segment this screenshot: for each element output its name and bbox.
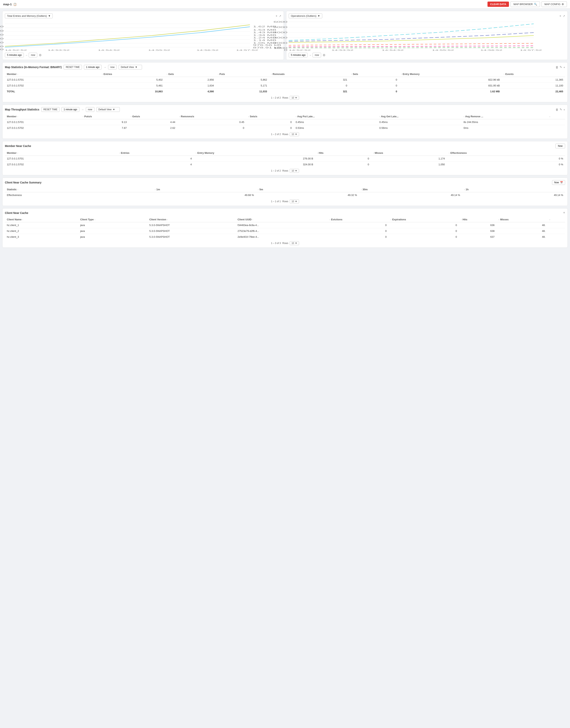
table-row: 127.0.0.1:5701 5,402 2,956 5,862 321 0 8… <box>5 77 565 83</box>
map-stats-delete-button[interactable]: 🗑 <box>556 65 559 69</box>
chart1-settings-button[interactable]: ⚙ <box>39 53 42 57</box>
nc-col-member[interactable]: Member ↑ <box>5 150 117 156</box>
cnc-col-expirations[interactable]: ↑ Expirations <box>388 217 459 222</box>
throughput-view-select[interactable]: Default View ▼ <box>96 107 120 112</box>
cell-removals: 321 <box>269 88 349 95</box>
map-browser-button[interactable]: MAP BROWSER 🔍 <box>511 1 540 7</box>
cnc-col-more[interactable]: ↑ <box>547 217 565 222</box>
cell-30m: 49.14 % <box>359 192 462 198</box>
cs-col-1m[interactable]: ↑ 1m <box>153 187 256 192</box>
client-near-cache-add-button[interactable]: + <box>563 211 565 215</box>
copy-icon[interactable]: 📋 <box>13 3 17 6</box>
cnc-col-misses[interactable]: ↑ Misses <box>497 217 547 222</box>
cell-evictions: 0 <box>327 234 388 240</box>
col-removals[interactable]: ↑ Removals <box>269 71 349 77</box>
expand-chart2-icon[interactable]: ↗ <box>563 14 565 18</box>
near-cache-pagination: 1 – 2 of 2 Rows 10 ▼ <box>5 169 565 173</box>
cs-col-5m[interactable]: ↑ 5m <box>256 187 359 192</box>
cnc-col-uuid[interactable]: Client UUID ↑ <box>236 217 327 222</box>
col-puts[interactable]: ↑ Puts <box>216 71 269 77</box>
add-chart1-icon[interactable]: + <box>276 14 277 18</box>
chart2-settings-button[interactable]: ⚙ <box>323 53 325 57</box>
cnc-col-version[interactable]: Client Version ↑ <box>147 217 236 222</box>
table-row: 127.0.0.1:5702 5,461 1,634 5,171 0 0 831… <box>5 83 565 88</box>
th-avg-put[interactable]: ↑ Avg Put Late... <box>294 114 377 119</box>
cell-gets: 2,956 <box>165 77 216 83</box>
cell-removals: 0 <box>269 83 349 88</box>
svg-text:2000: 2000 <box>274 42 288 44</box>
cnc-col-hits[interactable]: ↑ Hits <box>459 217 497 222</box>
map-stats-time-to: now <box>108 65 117 69</box>
chart2-time-from[interactable]: 5 minutes ago <box>289 53 308 57</box>
th-removes-s[interactable]: ↑ Removes/s <box>177 114 246 119</box>
nc-col-hits[interactable]: ↑ Hits <box>315 150 371 156</box>
cs-col-30m[interactable]: ↑ 30m <box>359 187 462 192</box>
map-stats-reset-button[interactable]: RESET TIME <box>64 65 82 69</box>
expand-chart1-icon[interactable]: ↗ <box>279 14 281 18</box>
cell-puts-s: 7.87 <box>80 125 128 131</box>
nc-col-entry-memory[interactable]: ↑ Entry Memory <box>194 150 315 156</box>
cell-more <box>547 119 565 125</box>
col-entry-memory[interactable]: ↑ Entry Memory <box>399 71 502 77</box>
client-summary-pagination: 1 – 1 of 1 Rows 10 ▼ <box>5 199 565 203</box>
client-summary-now-button[interactable]: Now 📅 <box>552 180 565 185</box>
throughput-edit-button[interactable]: ✎ <box>560 108 562 111</box>
th-avg-get[interactable]: ↑ Avg Get Late... <box>377 114 462 119</box>
th-member[interactable]: Member ↑ <box>5 114 80 119</box>
chart2-footer: 5 minutes ago → now ⚙ <box>289 53 565 57</box>
nc-col-misses[interactable]: ↑ Misses <box>371 150 447 156</box>
near-cache-now-button[interactable]: Now <box>555 144 565 148</box>
nc-col-entries[interactable]: ↑ Entries <box>117 150 194 156</box>
svg-text:1.24 MB: 1.24 MB <box>253 37 276 39</box>
map-stats-view-select[interactable]: Default View ▼ <box>118 65 142 69</box>
cell-gets-s: 2.62 <box>128 125 177 131</box>
svg-text:14:54:52: 14:54:52 <box>98 49 120 51</box>
chevron-down-icon2: ▼ <box>318 14 320 17</box>
add-chart2-icon[interactable]: + <box>559 14 561 18</box>
col-gets[interactable]: ↑ Gets <box>165 71 216 77</box>
nc-col-effectiveness[interactable]: ↑ Effectiveness <box>447 150 565 156</box>
near-cache-rows-select[interactable]: 10 ▼ <box>290 169 299 173</box>
cnc-col-evictions[interactable]: ↑ Evictions <box>327 217 388 222</box>
throughput-time-from[interactable]: 1 minute ago <box>61 107 79 112</box>
col-events[interactable]: ↑ Events <box>502 71 565 77</box>
throughput-actions: 🗑 ✎ + <box>556 108 565 111</box>
svg-text:11000: 11000 <box>0 26 4 28</box>
table-row: hz.client_3 java 5.3.0-SNAPSHOT 2e9e401f… <box>5 234 565 240</box>
cs-col-1h[interactable]: ↑ 1h <box>462 187 565 192</box>
map-stats-add-button[interactable]: + <box>563 65 565 69</box>
th-gets-s[interactable]: ↑ Gets/s <box>128 114 177 119</box>
map-stats-time-from[interactable]: 1 minute ago <box>84 65 102 69</box>
cnc-col-type[interactable]: Client Type ↑ <box>78 217 147 222</box>
cnc-col-name[interactable]: Client Name ↑ <box>5 217 78 222</box>
th-sets-s[interactable]: ↑ Sets/s <box>246 114 294 119</box>
near-cache-card: Member Near Cache Now Member ↑ ↑ Entries… <box>2 141 568 175</box>
th-puts-s[interactable]: ↑ Puts/s <box>80 114 128 119</box>
throughput-delete-button[interactable]: 🗑 <box>556 108 559 111</box>
cs-col-statistic[interactable]: Statistic ↑ <box>5 187 153 192</box>
throughput-reset-button[interactable]: RESET TIME <box>41 107 60 112</box>
throughput-rows-select[interactable]: 10 ▼ <box>290 132 299 136</box>
col-entries[interactable]: ↑ Entries <box>100 71 165 77</box>
chart1-time-from[interactable]: 5 minutes ago <box>5 53 24 57</box>
svg-text:1.05 MB: 1.05 MB <box>253 42 276 44</box>
client-near-cache-pagination: 1 – 3 of 3 Rows 10 ▼ <box>5 241 565 245</box>
map-config-button[interactable]: MAP CONFIG ⚙ <box>542 1 567 7</box>
col-member[interactable]: Member ↑ <box>5 71 100 77</box>
th-avg-remove[interactable]: ↑ Avg Remove ... <box>462 114 547 119</box>
clear-data-button[interactable]: CLEAR DATA <box>488 2 509 7</box>
chart2-title-select[interactable]: Operations/s (Outliers) ▼ <box>289 13 322 18</box>
map-stats-rows-select[interactable]: 10 ▼ <box>290 96 299 100</box>
svg-text:1.14 MB: 1.14 MB <box>253 39 276 41</box>
col-sets[interactable]: ↑ Sets <box>349 71 399 77</box>
main-content: Total Entries and Memory (Outliers) ▼ + … <box>0 9 570 250</box>
chart1-title-select[interactable]: Total Entries and Memory (Outliers) ▼ <box>5 13 53 18</box>
map-stats-edit-button[interactable]: ✎ <box>560 65 562 69</box>
svg-text:5000: 5000 <box>0 48 4 50</box>
client-near-cache-rows-select[interactable]: 10 ▼ <box>290 241 299 245</box>
table-row: 127.0.0.1:5702 4 324.00 B 0 1,050 0 % <box>5 162 565 167</box>
th-more[interactable]: ↑ <box>547 114 565 119</box>
client-summary-rows-select[interactable]: 10 ▼ <box>290 199 299 203</box>
throughput-add-button[interactable]: + <box>563 108 565 111</box>
cell-member: 127.0.0.1:5702 <box>5 83 100 88</box>
